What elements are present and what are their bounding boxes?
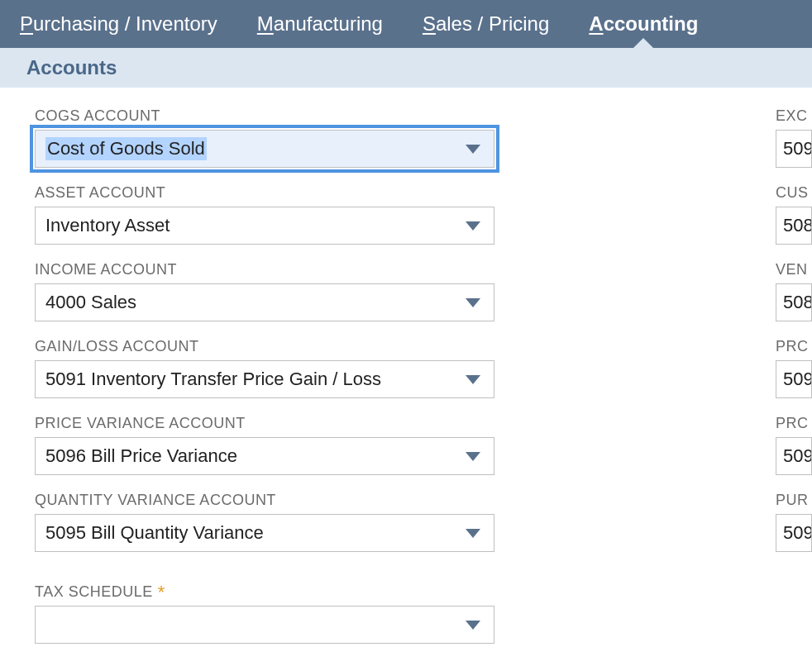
chevron-down-icon — [466, 452, 480, 461]
label-asset-account: ASSET ACCOUNT — [35, 184, 494, 202]
label-gainloss-account: GAIN/LOSS ACCOUNT — [35, 338, 494, 355]
tab-sales[interactable]: Sales / Pricing — [423, 1, 549, 47]
tab-manufacturing[interactable]: Manufacturing — [257, 1, 383, 47]
dropdown-prc-2[interactable]: 509 — [776, 437, 812, 475]
label-pur: PUR — [776, 492, 812, 509]
tab-accounting[interactable]: Accounting — [589, 1, 698, 47]
column-left: COGS ACCOUNT Cost of Goods Sold ASSET AC… — [35, 107, 494, 660]
content-area: COGS ACCOUNT Cost of Goods Sold ASSET AC… — [0, 88, 812, 660]
dropdown-asset-account[interactable]: Inventory Asset — [35, 207, 494, 245]
dropdown-tax-schedule[interactable] — [35, 606, 494, 644]
dropdown-value: 5096 Bill Price Variance — [45, 445, 237, 467]
label-cus: CUS — [776, 184, 812, 202]
label-prc-2: PRC — [776, 415, 812, 432]
dropdown-value: 509 — [783, 445, 812, 467]
dropdown-value: 4000 Sales — [45, 292, 136, 313]
column-right: EXC 509 CUS 508 VEN 508 PRC 509 PRC — [776, 107, 812, 660]
label-prc-1: PRC — [776, 338, 812, 355]
label-cogs-account: COGS ACCOUNT — [35, 107, 494, 125]
chevron-down-icon — [466, 145, 480, 154]
dropdown-gainloss-account[interactable]: 5091 Inventory Transfer Price Gain / Los… — [35, 360, 494, 398]
dropdown-value: 5091 Inventory Transfer Price Gain / Los… — [45, 369, 381, 390]
label-quantity-variance-account: QUANTITY VARIANCE ACCOUNT — [35, 492, 494, 509]
tab-purchasing[interactable]: Purchasing / Inventory — [20, 1, 217, 47]
dropdown-value: Cost of Goods Sold — [45, 137, 207, 160]
dropdown-value: Inventory Asset — [45, 215, 170, 236]
label-exc: EXC — [776, 107, 812, 125]
chevron-down-icon — [466, 298, 480, 307]
dropdown-value: 509 — [783, 138, 812, 159]
dropdown-exc[interactable]: 509 — [776, 130, 812, 168]
label-ven: VEN — [776, 261, 812, 278]
top-nav: Purchasing / Inventory Manufacturing Sal… — [0, 0, 812, 48]
dropdown-cogs-account[interactable]: Cost of Goods Sold — [35, 130, 494, 168]
chevron-down-icon — [466, 529, 480, 538]
label-income-account: INCOME ACCOUNT — [35, 261, 494, 278]
chevron-down-icon — [466, 621, 480, 630]
dropdown-prc-1[interactable]: 509 — [776, 360, 812, 398]
dropdown-quantity-variance-account[interactable]: 5095 Bill Quantity Variance — [35, 514, 494, 552]
label-price-variance-account: PRICE VARIANCE ACCOUNT — [35, 415, 494, 432]
chevron-down-icon — [466, 221, 480, 231]
dropdown-cus[interactable]: 508 — [776, 207, 812, 245]
dropdown-pur[interactable]: 509 — [776, 514, 812, 552]
dropdown-price-variance-account[interactable]: 5096 Bill Price Variance — [35, 437, 494, 475]
required-indicator: * — [158, 588, 165, 597]
dropdown-value: 508 — [783, 292, 812, 313]
section-header-accounts: Accounts — [0, 48, 812, 88]
dropdown-value: 509 — [783, 522, 812, 544]
chevron-down-icon — [466, 375, 480, 384]
dropdown-value: 508 — [783, 215, 812, 236]
label-tax-schedule: TAX SCHEDULE * — [35, 583, 494, 601]
dropdown-value: 5095 Bill Quantity Variance — [45, 522, 264, 544]
dropdown-income-account[interactable]: 4000 Sales — [35, 283, 494, 321]
dropdown-value: 509 — [783, 369, 812, 390]
dropdown-ven[interactable]: 508 — [776, 283, 812, 321]
